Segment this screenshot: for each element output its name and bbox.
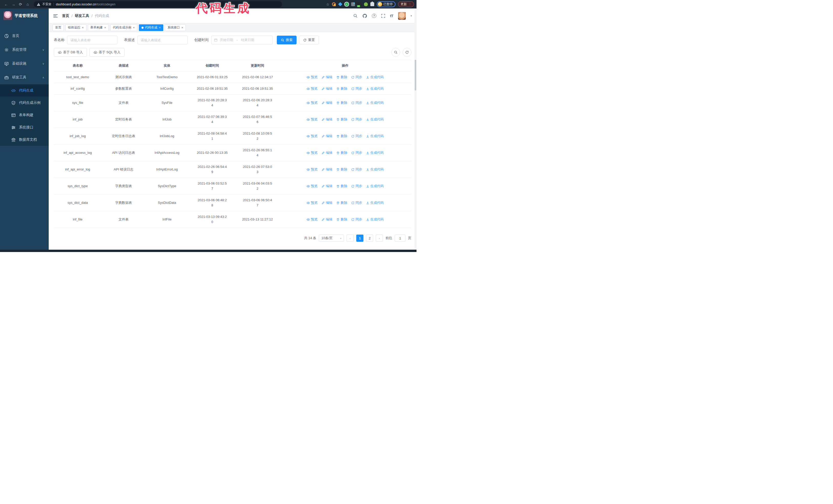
reload-icon[interactable]: ⟳ xyxy=(17,0,24,8)
page-button-2[interactable]: 2 xyxy=(366,235,373,242)
breadcrumb-devtools[interactable]: 研发工具 xyxy=(75,14,89,18)
preview-link[interactable]: 预览 xyxy=(307,86,317,91)
page-scrollbar[interactable] xyxy=(414,8,416,250)
breadcrumb-home[interactable]: 首页 xyxy=(62,14,69,18)
sync-link[interactable]: 同步 xyxy=(351,200,362,205)
delete-link[interactable]: 删除 xyxy=(336,100,347,105)
refresh-table-button[interactable] xyxy=(403,48,411,57)
sidebar-item-form-builder[interactable]: 表单构建 xyxy=(0,109,49,121)
search-button[interactable]: 搜索 xyxy=(277,35,296,44)
home-icon[interactable]: ⌂ xyxy=(24,0,31,8)
user-avatar[interactable] xyxy=(398,12,406,20)
bookmark-star-icon[interactable]: ☆ xyxy=(326,2,329,6)
github-icon[interactable] xyxy=(362,14,367,18)
extension-icon-green[interactable] xyxy=(364,2,368,6)
tab-close-icon[interactable]: × xyxy=(133,26,135,29)
sidebar-item-infra[interactable]: 基础设施 ∨ xyxy=(0,57,49,71)
edit-link[interactable]: 编辑 xyxy=(322,75,332,80)
delete-link[interactable]: 删除 xyxy=(336,200,347,205)
font-size-icon[interactable]: tT xyxy=(390,14,393,18)
delete-link[interactable]: 删除 xyxy=(336,150,347,155)
generate-code-link[interactable]: 生成代码 xyxy=(366,167,384,172)
tab-close-icon[interactable]: × xyxy=(104,26,106,29)
page-size-select[interactable]: 10条/页 ▾ xyxy=(319,235,344,242)
scrollbar-thumb[interactable] xyxy=(415,60,416,91)
collapse-sidebar-icon[interactable] xyxy=(53,14,58,18)
sync-link[interactable]: 同步 xyxy=(351,86,362,91)
tab-close-icon[interactable]: × xyxy=(159,26,161,29)
tab[interactable]: 代码生成示例 × xyxy=(110,24,137,31)
generate-code-link[interactable]: 生成代码 xyxy=(366,184,384,189)
preview-link[interactable]: 预览 xyxy=(307,117,317,122)
extension-icon-switch[interactable] xyxy=(358,2,361,6)
delete-link[interactable]: 删除 xyxy=(336,167,347,172)
extension-icon-gem[interactable] xyxy=(338,2,342,6)
extensions-puzzle-icon[interactable] xyxy=(371,2,374,6)
extension-icon-check[interactable]: ✓ xyxy=(345,2,349,6)
sidebar-logo[interactable]: 芋道管理系统 xyxy=(0,8,49,23)
delete-link[interactable]: 删除 xyxy=(336,217,347,222)
browser-profile-chip[interactable]: 已暂停 xyxy=(377,1,396,7)
delete-link[interactable]: 删除 xyxy=(336,75,347,80)
edit-link[interactable]: 编辑 xyxy=(322,100,332,105)
sync-link[interactable]: 同步 xyxy=(351,217,362,222)
sync-link[interactable]: 同步 xyxy=(351,150,362,155)
date-range-picker[interactable]: 开始日期 - 结束日期 xyxy=(211,35,273,44)
edit-link[interactable]: 编辑 xyxy=(322,150,332,155)
table-name-input[interactable] xyxy=(67,35,117,44)
help-icon[interactable]: ? xyxy=(372,14,376,18)
sync-link[interactable]: 同步 xyxy=(351,184,362,189)
edit-link[interactable]: 编辑 xyxy=(322,86,332,91)
forward-icon[interactable]: → xyxy=(10,0,17,8)
delete-link[interactable]: 删除 xyxy=(336,184,347,189)
edit-link[interactable]: 编辑 xyxy=(322,134,332,139)
address-bar[interactable]: 不安全 dashboard.yudao.iocoder.cn/tool/code… xyxy=(34,1,282,7)
import-db-button[interactable]: 基于 DB 导入 xyxy=(54,48,87,57)
tab-close-icon[interactable]: × xyxy=(82,26,84,29)
next-page-button[interactable]: › xyxy=(376,235,383,242)
tab[interactable]: 链路追踪 × xyxy=(65,24,86,31)
preview-link[interactable]: 预览 xyxy=(307,217,317,222)
kebab-menu-icon[interactable]: ⋮ xyxy=(408,3,411,6)
sync-link[interactable]: 同步 xyxy=(351,75,362,80)
edit-link[interactable]: 编辑 xyxy=(322,217,332,222)
generate-code-link[interactable]: 生成代码 xyxy=(366,86,384,91)
back-icon[interactable]: ← xyxy=(3,0,10,8)
edit-link[interactable]: 编辑 xyxy=(322,117,332,122)
extension-icon-grid[interactable] xyxy=(351,2,355,6)
delete-link[interactable]: 删除 xyxy=(336,134,347,139)
tab[interactable]: 表单构建 × xyxy=(88,24,109,31)
generate-code-link[interactable]: 生成代码 xyxy=(366,134,384,139)
edit-link[interactable]: 编辑 xyxy=(322,184,332,189)
delete-link[interactable]: 删除 xyxy=(336,117,347,122)
sidebar-item-system-api[interactable]: 系统接口 xyxy=(0,121,49,134)
tab[interactable]: 系统接口 × xyxy=(165,24,186,31)
preview-link[interactable]: 预览 xyxy=(307,75,317,80)
fullscreen-icon[interactable] xyxy=(381,14,385,18)
extension-icon-orange[interactable] xyxy=(332,2,336,6)
tab[interactable]: 代码生成 × xyxy=(139,24,164,31)
goto-page-input[interactable] xyxy=(395,235,405,242)
sidebar-item-home[interactable]: 首页 xyxy=(0,29,49,43)
browser-update-button[interactable]: 更新 ⋮ xyxy=(398,1,414,7)
tab[interactable]: 首页 × xyxy=(52,24,64,31)
sidebar-item-system[interactable]: 系统管理 ∨ xyxy=(0,43,49,57)
preview-link[interactable]: 预览 xyxy=(307,150,317,155)
page-button-1[interactable]: 1 xyxy=(356,235,363,242)
import-sql-button[interactable]: 基于 SQL 导入 xyxy=(90,48,124,57)
chevron-down-icon[interactable]: ▾ xyxy=(411,14,412,17)
generate-code-link[interactable]: 生成代码 xyxy=(366,117,384,122)
generate-code-link[interactable]: 生成代码 xyxy=(366,150,384,155)
sidebar-item-codegen[interactable]: 代码生成 xyxy=(0,85,49,97)
preview-link[interactable]: 预览 xyxy=(307,184,317,189)
generate-code-link[interactable]: 生成代码 xyxy=(366,217,384,222)
edit-link[interactable]: 编辑 xyxy=(322,200,332,205)
generate-code-link[interactable]: 生成代码 xyxy=(366,100,384,105)
search-icon[interactable] xyxy=(353,14,358,18)
preview-link[interactable]: 预览 xyxy=(307,200,317,205)
preview-link[interactable]: 预览 xyxy=(307,100,317,105)
table-desc-input[interactable] xyxy=(137,35,188,44)
reset-button[interactable]: 重置 xyxy=(299,35,319,44)
preview-link[interactable]: 预览 xyxy=(307,167,317,172)
prev-page-button[interactable]: ‹ xyxy=(347,235,354,242)
